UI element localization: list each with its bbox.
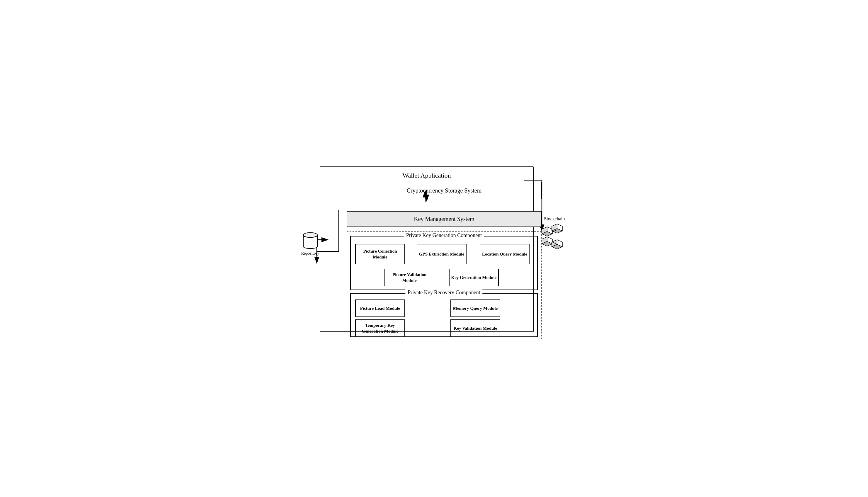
wallet-app-label: Wallet Application [399, 172, 454, 179]
repository-icon [302, 231, 318, 250]
pkrecov-label: Private Key Recovery Component [405, 289, 482, 296]
repository-container: Repository [302, 231, 318, 256]
repository-label: Repository [301, 251, 319, 256]
blockchain-icon [542, 224, 567, 250]
crypto-storage-label: Cryptocurrency Storage System [407, 187, 482, 194]
pkrecov-component: Private Key Recovery Component Picture L… [350, 293, 538, 337]
blockchain-container: Blockchain [542, 216, 566, 250]
gps-extraction-module: GPS Extraction Module [417, 244, 467, 264]
temp-key-gen-module: Temporary Key Generation Module [355, 320, 405, 337]
key-generation-module: Key Generation Module [449, 269, 499, 286]
pkgen-component: Private Key Generation Component Picture… [350, 236, 538, 290]
picture-collection-module: Picture Collection Module [355, 244, 405, 264]
pkgen-label: Private Key Generation Component [404, 232, 484, 239]
crypto-storage-box: Cryptocurrency Storage System [347, 182, 542, 199]
picture-load-module: Picture Load Module [355, 299, 405, 317]
key-validation-module: Key Validation Module [451, 320, 500, 337]
wallet-app-box: Wallet Application Cryptocurrency Storag… [320, 167, 533, 332]
key-mgmt-box: Key Management System [347, 211, 542, 227]
key-mgmt-label: Key Management System [414, 216, 474, 223]
diagram: Wallet Application Cryptocurrency Storag… [302, 158, 566, 339]
location-query-module: Location Query Module [480, 244, 529, 264]
svg-point-15 [303, 233, 317, 237]
picture-validation-module: Picture Validation Module [384, 269, 434, 286]
dashed-container: Private Key Generation Component Picture… [347, 231, 542, 339]
memory-query-module: Memory Query Module [451, 299, 500, 317]
blockchain-label: Blockchain [544, 216, 565, 222]
